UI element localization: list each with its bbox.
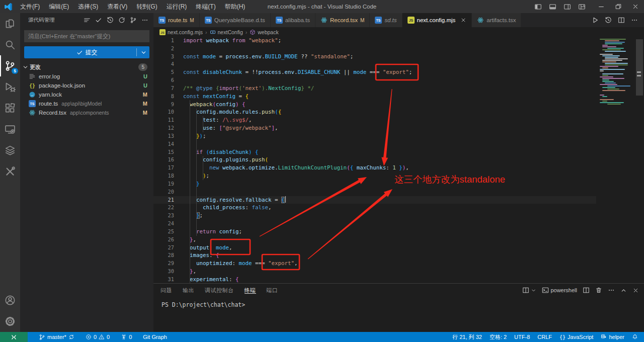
statusbar-helper-extension[interactable]: helper [601, 334, 624, 340]
panel-tab-调试控制台[interactable]: 调试控制台 [205, 287, 234, 293]
tab-artifacts.tsx[interactable]: artifacts.tsx [472, 13, 521, 27]
commit-message-input[interactable] [24, 30, 149, 42]
statusbar-git-graph[interactable]: Git Graph [143, 334, 167, 340]
activity-bar-item-account[interactable] [0, 290, 20, 311]
maximize-panel-button[interactable] [620, 287, 627, 294]
activity-bar-item-run-debug[interactable] [0, 76, 20, 98]
toggle-sidebar-button[interactable] [534, 3, 542, 11]
statusbar-indentation[interactable]: 空格: 2 [490, 333, 507, 341]
timeline-button[interactable] [605, 17, 612, 24]
activity-bar-item-layers[interactable] [0, 140, 20, 161]
tab-route.ts[interactable]: TSroute.tsM [153, 13, 199, 27]
scm-action-check[interactable] [95, 17, 102, 24]
tab-next.config.mjs[interactable]: JSnext.config.mjs [403, 13, 472, 27]
statusbar-notifications-bell[interactable] [632, 334, 638, 340]
chevron-down-icon[interactable] [140, 49, 147, 56]
minimap-line [600, 76, 613, 77]
tab-alibaba.ts[interactable]: TSalibaba.ts [271, 13, 315, 27]
activity-bar-item-explorer[interactable] [0, 13, 20, 34]
panel-tab-输出[interactable]: 输出 [183, 287, 194, 293]
react-file-icon [320, 17, 328, 24]
panel-tab-端口[interactable]: 端口 [267, 287, 278, 293]
activity-bar-item-tools[interactable] [0, 161, 20, 182]
scm-file-error.log[interactable]: error.logU [20, 72, 153, 81]
breadcrumb-item-nextConfig[interactable]: nextConfig [210, 29, 243, 35]
scm-action-listfilter[interactable] [84, 17, 91, 24]
scm-action-branch[interactable] [130, 17, 137, 24]
minimap-line [602, 61, 616, 62]
statusbar-git-branch[interactable]: master* [39, 334, 74, 340]
scm-file-yarn.lock[interactable]: yarn.lockM [20, 90, 153, 99]
terminal[interactable]: PS D:\project\chat\chat> [153, 297, 644, 332]
close-window-button[interactable] [627, 0, 644, 13]
menu-item-selection[interactable]: 选择(S) [73, 0, 103, 13]
new-terminal-dropdown[interactable] [522, 287, 536, 294]
close-panel-button[interactable] [632, 287, 639, 294]
ts-file-icon: TS [276, 17, 283, 24]
restore-button[interactable] [610, 0, 627, 13]
panel-more-actions[interactable] [608, 287, 615, 294]
menu-item-terminal[interactable]: 终端(T) [191, 0, 220, 13]
tab-Record.tsx[interactable]: Record.tsxM [315, 13, 369, 27]
menu-item-file[interactable]: 文件(F) [16, 0, 44, 13]
scm-file-route.ts[interactable]: TSroute.tsapp\api\bigModelM [20, 99, 153, 108]
minimize-button[interactable] [593, 0, 610, 13]
scm-action-history[interactable] [107, 17, 114, 24]
commit-button[interactable]: 提交 [24, 46, 149, 58]
activity-bar-item-search[interactable] [0, 34, 20, 55]
panel-tab-问题[interactable]: 问题 [160, 287, 172, 293]
statusbar-problems[interactable]: 00 [86, 334, 110, 340]
minimap-line [605, 57, 618, 58]
extensions-icon [5, 103, 16, 114]
terminal-instance-powershell[interactable]: powershell [542, 287, 577, 294]
activity-bar-item-remote-explorer[interactable] [0, 119, 20, 140]
code-line-5: 5const disableChunk = !!process.env.DISA… [153, 68, 596, 76]
line-number: 31 [153, 276, 174, 283]
menu-item-run[interactable]: 运行(R) [162, 0, 192, 13]
scm-file-Record.tsx[interactable]: Record.tsxapp\componentsM [20, 108, 153, 117]
breadcrumb-item-next.config.mjs[interactable]: JSnext.config.mjs [159, 29, 203, 35]
line-content: const nextConfig = { [183, 93, 249, 101]
tab-QueryableBase.d.ts[interactable]: TSQueryableBase.d.ts [200, 13, 270, 27]
activity-bar-item-extensions[interactable] [0, 98, 20, 119]
line-number: 1 [153, 37, 174, 45]
toggle-panel-button[interactable] [549, 3, 556, 11]
code-editor[interactable]: 1import webpack from "webpack";23const m… [153, 37, 596, 283]
editor-scrollbar[interactable] [635, 27, 644, 283]
statusbar-encoding[interactable]: UTF-8 [514, 334, 530, 340]
statusbar-language-mode[interactable]: {}JavaScript [559, 334, 593, 340]
tab-sd.ts[interactable]: TSsd.ts [370, 13, 401, 27]
close-tab-button[interactable] [460, 17, 466, 23]
statusbar-cursor-position[interactable]: 行 21, 列 32 [452, 333, 482, 341]
changes-section-header[interactable]: 更改 5 [20, 62, 153, 72]
scm-action-refresh[interactable] [118, 17, 125, 24]
listfilter-icon [84, 17, 91, 24]
breadcrumb: JSnext.config.mjs›nextConfig›webpack [153, 27, 644, 37]
activity-bar-item-settings[interactable] [0, 311, 20, 332]
split-terminal-button[interactable] [583, 287, 590, 294]
statusbar-ports[interactable]: 0 [121, 334, 132, 340]
indent-guide [203, 116, 203, 132]
toggle-secondary-sidebar-button[interactable] [564, 3, 571, 11]
menu-item-help[interactable]: 帮助(H) [220, 0, 250, 13]
panel-tab-终端[interactable]: 终端 [245, 287, 256, 294]
menu-item-view[interactable]: 查看(V) [103, 0, 132, 13]
scm-action-more[interactable] [141, 17, 148, 24]
radio-tower-icon [121, 334, 127, 340]
scrollbar-thumb[interactable] [636, 39, 643, 96]
kill-terminal-button[interactable] [595, 287, 602, 294]
statusbar-eol[interactable]: CRLF [537, 334, 552, 340]
split-editor-button[interactable] [618, 17, 625, 24]
menu-item-edit[interactable]: 编辑(E) [44, 0, 73, 13]
statusbar-remote-indicator[interactable] [0, 332, 28, 342]
customize-layout-button[interactable] [578, 3, 586, 11]
breadcrumb-item-webpack[interactable]: webpack [250, 29, 278, 35]
more-actions-button[interactable] [631, 17, 638, 24]
scm-file-package-lock.json[interactable]: {}package-lock.jsonU [20, 81, 153, 90]
launch-profile-icon [522, 287, 529, 294]
menu-item-goto[interactable]: 转到(G) [132, 0, 162, 13]
activity-bar-item-source-control[interactable]: 5 [0, 55, 20, 76]
run-file-button[interactable] [592, 17, 599, 24]
commit-button-label: 提交 [86, 48, 98, 57]
minimap[interactable] [599, 27, 635, 283]
